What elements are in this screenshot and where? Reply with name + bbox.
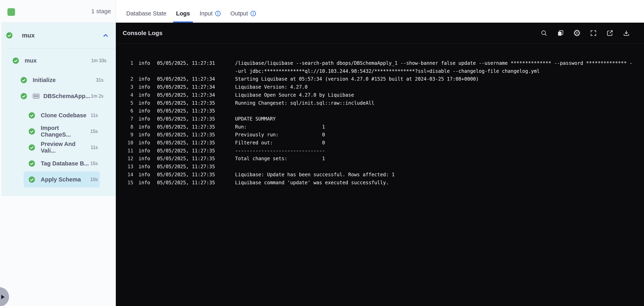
tree-item-label: Clone Codebase bbox=[41, 112, 86, 119]
tree-item-duration: 31s bbox=[96, 77, 104, 83]
log-line-number: 8 bbox=[126, 123, 133, 131]
log-level: info bbox=[138, 91, 151, 99]
log-level: info bbox=[138, 99, 151, 107]
copy-logs-button[interactable] bbox=[557, 29, 564, 37]
play-triangle-icon bbox=[1, 295, 4, 299]
search-logs-button[interactable] bbox=[540, 29, 548, 37]
gear-icon: ⚙ bbox=[573, 29, 581, 37]
success-check-icon bbox=[29, 112, 35, 118]
tree-item-duration: 10s bbox=[90, 177, 98, 182]
log-timestamp: 05/05/2025, 11:27:35 bbox=[157, 179, 219, 187]
log-timestamp: 05/05/2025, 11:27:35 bbox=[157, 123, 219, 131]
log-row: 1info05/05/2025, 11:27:31/liquibase/liqu… bbox=[116, 59, 633, 75]
log-timestamp: 05/05/2025, 11:27:35 bbox=[157, 115, 219, 123]
log-level: info bbox=[138, 75, 151, 83]
success-check-icon bbox=[21, 77, 27, 83]
tab-label: Input bbox=[200, 10, 212, 17]
log-timestamp: 05/05/2025, 11:27:35 bbox=[157, 139, 219, 147]
info-icon[interactable] bbox=[250, 11, 256, 16]
log-timestamp: 05/05/2025, 11:27:34 bbox=[157, 91, 219, 99]
tab-bar: Database State Logs Input Output bbox=[116, 0, 644, 23]
success-check-icon bbox=[29, 128, 35, 135]
log-message: Liquibase command 'update' was executed … bbox=[235, 179, 633, 187]
log-line-number: 2 bbox=[126, 75, 133, 83]
log-row: 11info05/05/2025, 11:27:35--------------… bbox=[116, 147, 633, 155]
console-log-area: 1info05/05/2025, 11:27:31/liquibase/liqu… bbox=[116, 43, 644, 306]
tree-item-preview-and-validate[interactable]: Preview And Vali... 11s bbox=[24, 139, 100, 155]
tree-item-initialize[interactable]: Initialize 31s bbox=[2, 72, 116, 88]
info-icon[interactable] bbox=[215, 11, 221, 16]
log-timestamp: 05/05/2025, 11:27:34 bbox=[157, 75, 219, 83]
tab-label: Logs bbox=[176, 10, 190, 17]
log-timestamp: 05/05/2025, 11:27:35 bbox=[157, 99, 219, 107]
stage-root-row[interactable]: mux bbox=[2, 23, 116, 48]
download-logs-button[interactable] bbox=[623, 29, 630, 37]
log-timestamp: 05/05/2025, 11:27:35 bbox=[157, 171, 219, 179]
log-row: 3info05/05/2025, 11:27:34Liquibase Versi… bbox=[116, 83, 633, 91]
stage-count-label: 1 stage bbox=[91, 8, 111, 15]
success-check-icon bbox=[21, 93, 27, 99]
log-timestamp: 05/05/2025, 11:27:35 bbox=[157, 155, 219, 163]
log-message: Filtered out: 0 bbox=[235, 139, 633, 147]
log-message: ------------------------------- bbox=[235, 147, 633, 155]
tab-output[interactable]: Output bbox=[230, 0, 256, 22]
log-line-number: 9 bbox=[126, 131, 133, 139]
log-row: 5info05/05/2025, 11:27:35Running Changes… bbox=[116, 99, 633, 107]
log-level: info bbox=[138, 83, 151, 91]
tree-item-duration: 1m 33s bbox=[91, 58, 106, 63]
log-level: info bbox=[138, 163, 151, 171]
log-timestamp: 05/05/2025, 11:27:35 bbox=[157, 131, 219, 139]
log-level: info bbox=[138, 123, 151, 131]
log-row: 15info05/05/2025, 11:27:35Liquibase comm… bbox=[116, 179, 633, 187]
log-row: 10info05/05/2025, 11:27:35Filtered out: … bbox=[116, 139, 633, 147]
log-row: 14info05/05/2025, 11:27:35Liquibase: Upd… bbox=[116, 171, 633, 179]
log-row: 13info05/05/2025, 11:27:35 bbox=[116, 163, 633, 171]
log-line-number: 14 bbox=[126, 171, 133, 179]
log-message: Previously run: 0 bbox=[235, 131, 633, 139]
log-message: Liquibase Version: 4.27.0 bbox=[235, 83, 633, 91]
log-line-number: 5 bbox=[126, 99, 133, 107]
stage-root-label: mux bbox=[22, 32, 35, 39]
sidebar-header: 1 stage bbox=[0, 0, 116, 23]
log-message: Running Changeset: sql/init.sql::raw::in… bbox=[235, 99, 633, 107]
tree-item-apply-schema[interactable]: Apply Schema 10s bbox=[24, 171, 100, 188]
log-line-number: 13 bbox=[126, 163, 133, 171]
chevron-up-icon[interactable] bbox=[102, 32, 108, 38]
tree-item-label: Preview And Vali... bbox=[41, 141, 91, 154]
log-line-number: 12 bbox=[126, 155, 133, 163]
log-line-number: 10 bbox=[126, 139, 133, 147]
tree-item-import-changesets[interactable]: Import ChangeS... 15s bbox=[24, 123, 100, 139]
log-row: 6info05/05/2025, 11:27:35 bbox=[116, 107, 633, 115]
tree-item-label: Tag Database B... bbox=[41, 160, 89, 167]
log-settings-button[interactable]: ⚙ bbox=[573, 29, 580, 37]
tab-database-state[interactable]: Database State bbox=[126, 0, 166, 22]
console-panel: Console Logs ⚙ bbox=[116, 23, 644, 306]
tree-item-duration: 11s bbox=[91, 113, 98, 118]
stage-tree-panel: mux mux 1m 33s Initialize 31s bbox=[0, 23, 116, 196]
log-row: 7info05/05/2025, 11:27:35UPDATE SUMMARY bbox=[116, 115, 633, 123]
tree-item-dbschemaapply[interactable]: DBSchemaApp... 1m 2s bbox=[2, 88, 116, 104]
log-line-number: 11 bbox=[126, 147, 133, 155]
log-row: 9info05/05/2025, 11:27:35Previously run:… bbox=[116, 131, 633, 139]
execution-sidebar: 1 stage mux mux 1m 33s bbox=[0, 0, 116, 306]
tab-logs[interactable]: Logs bbox=[176, 0, 190, 22]
step-tree: mux 1m 33s Initialize 31s DBSchemaApp.. bbox=[2, 48, 116, 188]
tree-item-clone-codebase[interactable]: Clone Codebase 11s bbox=[24, 107, 100, 123]
fullscreen-button[interactable] bbox=[590, 29, 597, 37]
tree-item-mux[interactable]: mux 1m 33s bbox=[2, 52, 116, 69]
log-message: Starting Liquibase at 05:57:34 (version … bbox=[235, 75, 633, 83]
open-in-new-tab-button[interactable] bbox=[606, 29, 614, 37]
search-icon bbox=[540, 30, 548, 36]
log-level: info bbox=[138, 147, 151, 155]
download-icon bbox=[623, 30, 630, 36]
stage-status-square-icon bbox=[8, 8, 15, 16]
main-content: Database State Logs Input Output bbox=[116, 0, 644, 306]
success-check-icon bbox=[29, 144, 35, 151]
log-message: Liquibase: Update has been successful. R… bbox=[235, 171, 633, 179]
log-row: 12info05/05/2025, 11:27:35Total change s… bbox=[116, 155, 633, 163]
success-check-icon bbox=[29, 160, 35, 167]
log-timestamp: 05/05/2025, 11:27:35 bbox=[157, 147, 219, 155]
tree-item-tag-database-backup[interactable]: Tag Database B... 15s bbox=[24, 155, 100, 171]
external-link-icon bbox=[606, 30, 613, 36]
tab-input[interactable]: Input bbox=[200, 0, 221, 22]
